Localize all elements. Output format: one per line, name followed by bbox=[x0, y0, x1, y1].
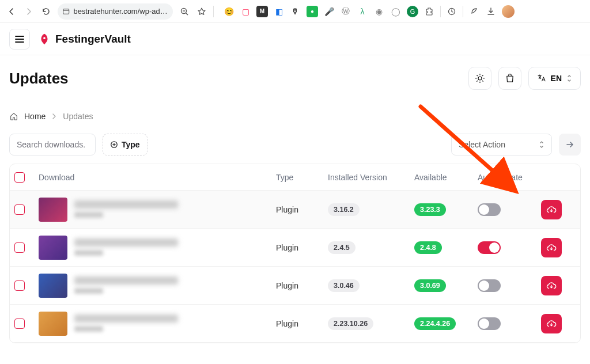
available-version-badge: 3.0.69 bbox=[414, 279, 446, 292]
cloud-download-icon bbox=[546, 280, 557, 291]
type-filter-button[interactable]: Type bbox=[103, 134, 148, 156]
svg-rect-0 bbox=[63, 9, 69, 13]
available-version-badge: 2.4.8 bbox=[414, 241, 442, 254]
extensions-menu-icon[interactable] bbox=[423, 6, 435, 17]
installed-version-badge: 3.0.46 bbox=[328, 279, 360, 292]
download-cell[interactable] bbox=[39, 274, 276, 298]
extension-icon[interactable]: ◧ bbox=[273, 6, 285, 17]
type-cell: Plugin bbox=[276, 319, 328, 328]
row-checkbox[interactable] bbox=[14, 280, 25, 291]
extension-icons: 😊 ▢ M ◧ 🎙 ● 🎤 Ⓦ λ ◉ ◯ G bbox=[223, 5, 515, 18]
plugin-name bbox=[74, 200, 213, 219]
plugin-thumbnail bbox=[39, 312, 67, 336]
select-action-label: Select Action bbox=[459, 140, 505, 149]
svg-line-17 bbox=[482, 75, 483, 76]
auto-update-toggle[interactable] bbox=[478, 279, 501, 292]
svg-line-3 bbox=[186, 13, 188, 15]
extension-icon[interactable]: 😊 bbox=[223, 6, 235, 17]
brand-name: FestingerVault bbox=[55, 33, 131, 46]
rocket-icon bbox=[38, 33, 51, 46]
plugin-name bbox=[74, 276, 213, 295]
type-filter-label: Type bbox=[122, 140, 140, 149]
extension-icon[interactable]: ◯ bbox=[390, 6, 402, 17]
row-checkbox[interactable] bbox=[14, 242, 25, 253]
profile-avatar[interactable] bbox=[502, 5, 515, 18]
browser-reload-button[interactable] bbox=[40, 6, 52, 17]
cloud-download-icon bbox=[546, 204, 557, 215]
plugin-thumbnail bbox=[39, 274, 67, 298]
plugin-thumbnail bbox=[39, 198, 67, 222]
submit-action-button[interactable] bbox=[559, 134, 581, 156]
plugin-thumbnail bbox=[39, 236, 67, 260]
download-button[interactable] bbox=[541, 200, 562, 219]
available-version-badge: 2.24.4.26 bbox=[414, 317, 456, 330]
sun-icon bbox=[475, 73, 485, 84]
col-available: Available bbox=[414, 173, 478, 182]
app-bar: FestingerVault bbox=[0, 23, 590, 55]
row-checkbox[interactable] bbox=[14, 204, 25, 215]
extension-icon[interactable]: λ bbox=[357, 6, 368, 17]
address-bar[interactable]: bestratehunter.com/wp-adm... bbox=[58, 3, 173, 20]
select-action-dropdown[interactable]: Select Action bbox=[451, 134, 552, 156]
extension-icon[interactable]: 🎤 bbox=[323, 6, 335, 17]
plugin-name bbox=[74, 314, 213, 333]
theme-toggle-button[interactable] bbox=[468, 67, 491, 90]
svg-line-14 bbox=[476, 75, 477, 76]
hamburger-icon bbox=[15, 35, 24, 43]
browser-back-button[interactable] bbox=[6, 6, 17, 17]
chevron-updown-icon bbox=[539, 141, 544, 149]
table-row: Plugin 3.16.2 3.23.3 bbox=[10, 191, 580, 229]
url-text: bestratehunter.com/wp-adm... bbox=[73, 7, 168, 16]
col-type: Type bbox=[276, 173, 328, 182]
shopping-bag-icon bbox=[505, 73, 515, 84]
breadcrumb-home[interactable]: Home bbox=[24, 112, 46, 121]
downloads-icon[interactable] bbox=[485, 6, 497, 17]
arrow-right-icon bbox=[565, 140, 574, 149]
extension-icon[interactable]: ▢ bbox=[240, 6, 251, 17]
auto-update-toggle[interactable] bbox=[478, 203, 501, 216]
download-button[interactable] bbox=[541, 314, 562, 333]
brand[interactable]: FestingerVault bbox=[38, 33, 131, 46]
leaf-icon[interactable] bbox=[468, 6, 480, 17]
page-title: Updates bbox=[9, 70, 69, 88]
star-icon[interactable] bbox=[196, 6, 207, 17]
cloud-download-icon bbox=[546, 242, 557, 253]
history-icon[interactable] bbox=[446, 6, 457, 17]
extension-icon[interactable]: Ⓦ bbox=[340, 6, 351, 17]
download-button[interactable] bbox=[541, 238, 562, 257]
download-cell[interactable] bbox=[39, 198, 276, 222]
table-row: Plugin 3.0.46 3.0.69 bbox=[10, 267, 580, 305]
svg-point-9 bbox=[478, 77, 482, 80]
type-cell: Plugin bbox=[276, 205, 328, 214]
auto-update-toggle[interactable] bbox=[478, 241, 501, 254]
select-all-checkbox[interactable] bbox=[14, 172, 25, 183]
download-cell[interactable] bbox=[39, 312, 276, 336]
divider bbox=[213, 6, 214, 17]
search-input[interactable] bbox=[9, 134, 96, 156]
col-auto-update: Auto Update bbox=[478, 173, 541, 182]
table-row: Plugin 2.4.5 2.4.8 bbox=[10, 229, 580, 267]
browser-forward-button[interactable] bbox=[23, 6, 35, 17]
translate-icon bbox=[537, 74, 546, 83]
extension-icon[interactable]: ◉ bbox=[373, 6, 385, 17]
available-version-badge: 3.23.3 bbox=[414, 203, 446, 216]
updates-table: Download Type Installed Version Availabl… bbox=[9, 164, 581, 343]
cart-button[interactable] bbox=[498, 67, 521, 90]
language-selector[interactable]: EN bbox=[528, 67, 581, 90]
extension-icon[interactable]: M bbox=[256, 6, 268, 17]
type-cell: Plugin bbox=[276, 243, 328, 252]
plugin-name bbox=[74, 238, 213, 257]
zoom-icon[interactable] bbox=[179, 6, 190, 17]
download-cell[interactable] bbox=[39, 236, 276, 260]
row-checkbox[interactable] bbox=[14, 318, 25, 329]
download-button[interactable] bbox=[541, 276, 562, 295]
divider bbox=[463, 6, 463, 17]
extension-icon[interactable]: ● bbox=[307, 6, 318, 17]
divider bbox=[440, 6, 441, 17]
breadcrumb-current: Updates bbox=[63, 112, 93, 121]
extension-icon[interactable]: G bbox=[407, 6, 418, 17]
extension-icon[interactable]: 🎙 bbox=[290, 6, 301, 17]
auto-update-toggle[interactable] bbox=[478, 317, 501, 330]
col-installed: Installed Version bbox=[328, 173, 414, 182]
menu-button[interactable] bbox=[9, 29, 30, 50]
